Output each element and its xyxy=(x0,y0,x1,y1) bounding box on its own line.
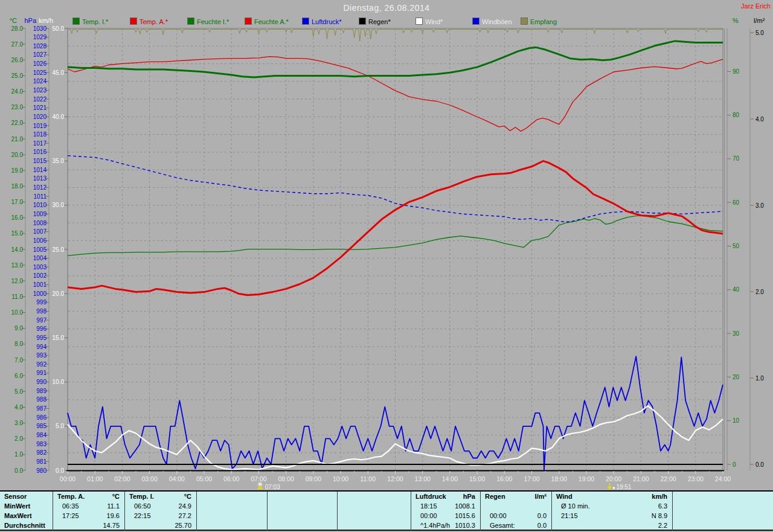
temp-tick-label: 1.0 xyxy=(14,451,23,458)
hpa-tick-label: 999 xyxy=(36,299,47,306)
pct-tick-label: 70 xyxy=(733,155,740,162)
temp-tick-label: 4.0 xyxy=(14,404,23,411)
stats-cell-max_time: 21:15 xyxy=(561,511,578,521)
hpa-tick-label: 995 xyxy=(36,335,47,341)
temp-tick-label: 0.0 xyxy=(14,467,23,474)
temp-tick-label: 21.0 xyxy=(11,136,24,143)
lm2-tick-label: 5.0 xyxy=(755,30,764,36)
kmh-tick-label: 10.0 xyxy=(53,379,65,385)
stats-cell-name: Regen xyxy=(485,492,505,501)
legend-swatch xyxy=(130,18,137,25)
hpa-tick-label: 1011 xyxy=(33,193,47,200)
stats-cell-unit: °C xyxy=(112,492,120,501)
weather-day-chart: 0.01.02.03.04.05.06.07.08.09.010.011.012… xyxy=(0,0,773,490)
sunrise-icon xyxy=(257,486,263,489)
stats-column-temp-a-: Temp. A.°C06:3511.117:2519.614.75 xyxy=(53,492,125,531)
hpa-tick-label: 1020 xyxy=(33,114,47,120)
hpa-tick-label: 1015 xyxy=(33,158,47,164)
stats-cell-min_time: 06:50 xyxy=(134,501,151,511)
hpa-tick-label: 986 xyxy=(36,414,47,421)
hpa-tick-label: 1010 xyxy=(33,202,47,208)
hpa-tick-label: 1025 xyxy=(33,69,47,76)
stats-column-luftdruck: LuftdruckhPa18:151008.100:001015.6^1.4hP… xyxy=(411,492,481,531)
pct-tick-label: 0 xyxy=(733,461,736,468)
hpa-tick-label: 1002 xyxy=(33,272,47,279)
x-tick-label: 13:00 xyxy=(415,475,431,482)
stats-cell-min_value: 6.3 xyxy=(658,501,667,511)
x-tick-label: 09:00 xyxy=(306,475,321,482)
hpa-tick-label: 988 xyxy=(36,396,47,403)
chart-legend: Temp. I.*Temp. A.*Feuchte I.*Feuchte A.*… xyxy=(0,18,773,26)
stats-cell-avg_value: 25.70 xyxy=(175,521,191,530)
pct-tick-label: 10 xyxy=(733,417,740,424)
page-title: Dienstag, 26.08.2014 xyxy=(0,3,773,13)
legend-swatch xyxy=(521,18,528,25)
x-tick-label: 08:00 xyxy=(278,475,294,482)
legend-item-temp-i-: Temp. I.* xyxy=(72,18,108,25)
x-tick-label: 06:00 xyxy=(223,475,239,482)
x-tick-label: 01:00 xyxy=(87,475,103,482)
stats-cell-max_value: 19.6 xyxy=(107,511,120,521)
stats-column-wind: Windkm/hØ 10 min.6.321:15N 8.92.2 xyxy=(551,492,673,531)
temp-tick-label: 3.0 xyxy=(14,420,23,426)
stats-cell-avg_label: Gesamt: xyxy=(490,521,515,530)
x-tick-label: 14:00 xyxy=(442,475,458,482)
stats-cell-avg_value: 1010.3 xyxy=(455,521,475,530)
legend-label: Empfang xyxy=(530,18,557,25)
legend-item-feuchte-a-: Feuchte A.* xyxy=(245,18,289,25)
kmh-tick-label: 45.0 xyxy=(53,69,65,76)
stats-cell-min_time: 06:35 xyxy=(62,501,79,511)
hpa-tick-label: 984 xyxy=(36,432,47,438)
temp-tick-label: 26.0 xyxy=(11,57,24,63)
legend-swatch xyxy=(302,18,309,25)
legend-item-luftdruck-: Luftdruck* xyxy=(302,18,342,25)
temp-tick-label: 24.0 xyxy=(11,88,24,95)
stats-cell-unit: °C xyxy=(184,492,191,501)
hpa-tick-label: 1000 xyxy=(33,290,47,297)
legend-item-regen-: Regen* xyxy=(359,18,391,25)
hpa-tick-label: 998 xyxy=(36,308,47,315)
kmh-tick-label: 20.0 xyxy=(53,290,65,297)
legend-label: Temp. I.* xyxy=(82,18,108,25)
kmh-tick-label: 5.0 xyxy=(56,423,64,429)
x-tick-label: 03:00 xyxy=(141,475,157,482)
x-tick-label: 19:00 xyxy=(579,475,594,482)
hpa-tick-label: 990 xyxy=(36,379,47,385)
legend-swatch xyxy=(415,18,423,25)
temp-tick-label: 27.0 xyxy=(11,41,24,48)
kmh-tick-label: 0.0 xyxy=(56,467,64,474)
hpa-tick-label: 1023 xyxy=(33,87,47,94)
temp-tick-label: 28.0 xyxy=(11,25,24,32)
stats-column-empty-8 xyxy=(672,492,773,531)
temp-tick-label: 8.0 xyxy=(14,341,23,347)
x-tick-label: 15:00 xyxy=(469,475,485,482)
hpa-tick-label: 987 xyxy=(36,405,47,412)
temp-tick-label: 9.0 xyxy=(14,325,23,332)
stats-cell-max_value: 27.2 xyxy=(179,511,191,521)
temp-tick-label: 18.0 xyxy=(11,183,24,190)
hpa-tick-label: 1024 xyxy=(33,78,47,85)
x-tick-label: 17:00 xyxy=(524,475,539,482)
temp-tick-label: 10.0 xyxy=(11,309,24,316)
legend-item-feuchte-i-: Feuchte I.* xyxy=(187,18,229,25)
hpa-tick-label: 1005 xyxy=(33,246,47,253)
temp-tick-label: 2.0 xyxy=(14,435,23,442)
temp-tick-label: 23.0 xyxy=(11,104,24,111)
hpa-tick-label: 989 xyxy=(36,388,47,394)
hpa-tick-label: 1017 xyxy=(33,140,47,147)
temp-tick-label: 6.0 xyxy=(14,373,23,379)
kmh-tick-label: 35.0 xyxy=(53,158,65,164)
lm2-tick-label: 1.0 xyxy=(755,375,764,382)
weather-station-app: 0.01.02.03.04.05.06.07.08.09.010.011.012… xyxy=(0,0,773,532)
x-tick-label: 21:00 xyxy=(633,475,649,482)
hpa-tick-label: 1009 xyxy=(33,211,47,217)
x-tick-label: 24:00 xyxy=(715,475,731,482)
legend-item-empfang: Empfang xyxy=(521,18,557,25)
lm2-tick-label: 2.0 xyxy=(755,289,764,295)
stats-row-label: MinWert xyxy=(4,501,30,511)
hpa-tick-label: 1022 xyxy=(33,96,47,103)
pct-tick-label: 80 xyxy=(733,112,740,118)
hpa-tick-label: 1029 xyxy=(33,34,47,40)
stats-row-label: MaxWert xyxy=(4,511,32,521)
lm2-tick-label: 4.0 xyxy=(755,116,764,123)
